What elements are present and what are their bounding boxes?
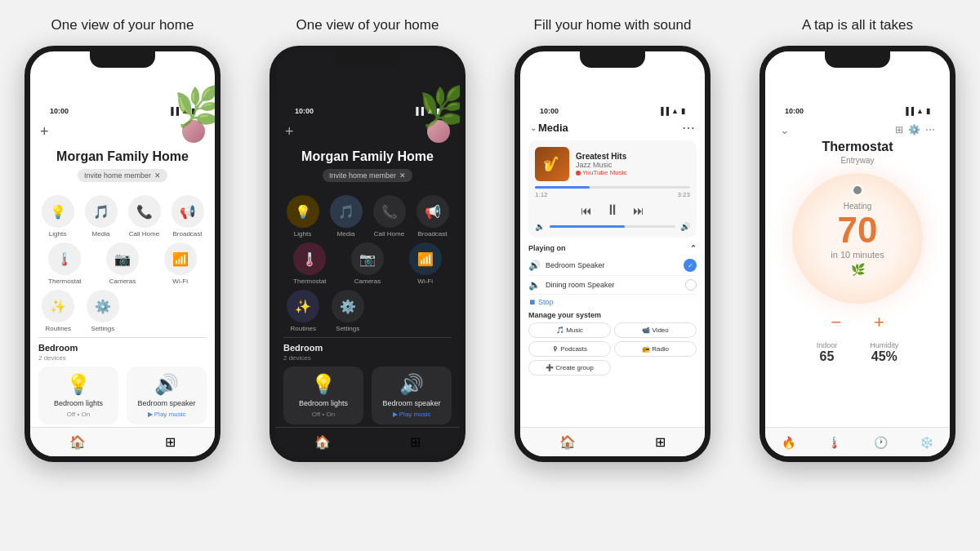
manage-radio-btn[interactable]: 📻 Radio	[614, 341, 697, 357]
more-icon-3[interactable]: ⋯	[682, 120, 695, 136]
dark-grid-callhome[interactable]: 📞 Call Home	[370, 195, 408, 238]
dark-grid-settings[interactable]: ⚙️ Settings	[328, 290, 368, 332]
dark-grid-lights[interactable]: 💡 Lights	[283, 195, 322, 238]
dark-media-icon: 🎵	[330, 195, 363, 228]
dark-speaker-card[interactable]: 🔊 Bedroom speaker ▶ Play music	[372, 367, 452, 424]
grid-thermostat[interactable]: 🌡️ Thermostat	[38, 242, 91, 285]
grid-nav-icon[interactable]: ⊞	[165, 434, 176, 450]
time-4: 10:00	[785, 107, 804, 115]
dark-grid-wifi[interactable]: 📶 Wi-Fi	[399, 242, 452, 285]
manage-title: Manage your system	[528, 311, 697, 319]
section-header-2: Bedroom 2 devices	[283, 343, 452, 362]
screen-1: 10:00 ▐▐ ▲ ▮ + Morgan Family Home Invite…	[30, 51, 215, 427]
avatar-1[interactable]	[182, 120, 205, 143]
grid-wifi[interactable]: 📶 Wi-Fi	[154, 242, 207, 285]
bedroom-lights-card[interactable]: 💡 Bedroom lights Off • On	[38, 367, 118, 424]
add-icon-1[interactable]: +	[40, 123, 49, 140]
dark-speaker-dev-icon: 🔊	[399, 373, 424, 396]
track-title: Greatest Hits	[576, 152, 690, 161]
home-nav-icon[interactable]: 🏠	[69, 434, 86, 450]
next-icon[interactable]: ⏭	[633, 204, 644, 217]
wifi-label: Wi-Fi	[172, 278, 188, 285]
thermo-screen: ⌄ ⊞ ⚙️ ⋯ Thermostat Entryway Heating	[773, 117, 942, 379]
thermo-controls: − +	[780, 312, 935, 333]
bedroom-speaker-name: Bedroom speaker	[137, 399, 195, 407]
album-art: 🎷	[535, 147, 569, 181]
close-chip-1[interactable]: ✕	[154, 171, 161, 180]
bedroom-speaker-icon: 🔊	[154, 373, 179, 396]
prev-icon[interactable]: ⏮	[581, 204, 592, 217]
routines-icon: ✨	[42, 290, 74, 322]
grid-media[interactable]: 🎵 Media	[82, 195, 120, 238]
thermo-grid-icon[interactable]: ⊞	[895, 124, 903, 136]
speaker-item-2[interactable]: 🔈 Dining room Speaker	[528, 276, 697, 295]
screen-2: 10:00 ▐▐ ▲ ▮ + Morgan Family Home Invite…	[275, 51, 460, 427]
grid-routines[interactable]: ✨ Routines	[38, 290, 78, 332]
manage-video-btn[interactable]: 📹 Video	[614, 322, 697, 338]
dark-speaker-dev-status[interactable]: ▶ Play music	[393, 411, 431, 418]
status-bar-2: 10:00 ▐▐ ▲ ▮	[283, 102, 452, 117]
manage-creategroup-btn[interactable]: ➕ Create group	[528, 360, 611, 375]
bedroom-speaker-card[interactable]: 🔊 Bedroom speaker ▶ Play music	[127, 367, 207, 424]
notch-2	[335, 51, 400, 68]
stop-icon: ⏹	[528, 298, 536, 306]
grid-callhome[interactable]: 📞 Call Home	[125, 195, 163, 238]
speaker-check-1: ✓	[684, 259, 697, 272]
media-icon: 🎵	[85, 195, 118, 228]
notch-4	[825, 51, 890, 68]
battery-icon-3: ▮	[681, 107, 685, 115]
dark-grid-cameras[interactable]: 📷 Cameras	[341, 242, 394, 285]
bottom-nav-2: 🏠 ⊞	[275, 427, 460, 456]
grid-settings[interactable]: ⚙️ Settings	[83, 290, 123, 332]
add-icon-2[interactable]: +	[285, 123, 294, 140]
manage-podcasts-btn[interactable]: 🎙 Podcasts	[528, 341, 611, 357]
grid-broadcast[interactable]: 📢 Broadcast	[168, 195, 207, 238]
grid-nav-3[interactable]: ⊞	[655, 434, 666, 450]
grid-lights[interactable]: 💡 Lights	[38, 195, 77, 238]
dark-grid-routines[interactable]: ✨ Routines	[283, 290, 323, 332]
vol-bar[interactable]	[550, 225, 675, 228]
bedroom-sub: 2 devices	[38, 354, 207, 362]
pause-icon[interactable]: ⏸	[605, 202, 620, 219]
broadcast-label: Broadcast	[172, 230, 202, 238]
grid-cameras[interactable]: 📷 Cameras	[96, 242, 149, 285]
thermo-minus-btn[interactable]: −	[831, 312, 841, 333]
panel-3: Fill your home with sound 10:00 ▐▐ ▲ ▮ ⌄	[490, 0, 735, 551]
dark-grid-broadcast[interactable]: 📢 Broadcast	[413, 195, 452, 238]
thermo-gear-icon[interactable]: ⚙️	[908, 124, 920, 136]
home-nav-3[interactable]: 🏠	[559, 434, 576, 450]
battery-icon-2: ▮	[436, 107, 440, 115]
close-chip-2[interactable]: ✕	[399, 171, 406, 180]
thermo-clock-nav[interactable]: 🕐	[874, 436, 888, 449]
dark-home-nav-icon[interactable]: 🏠	[314, 434, 331, 450]
dark-routines-label: Routines	[290, 325, 316, 332]
media-back[interactable]: ⌄ Media	[530, 122, 568, 134]
dark-lights-card[interactable]: 💡 Bedroom lights Off • On	[283, 367, 363, 424]
speaker-item-1[interactable]: 🔊 Bedroom Speaker ✓	[528, 256, 697, 276]
thermo-temp-nav[interactable]: 🌡️	[827, 436, 841, 449]
thermo-flame-nav[interactable]: 🔥	[782, 436, 795, 449]
avatar-2[interactable]	[427, 120, 450, 143]
invite-chip-2[interactable]: Invite home member ✕	[323, 169, 412, 182]
stop-button[interactable]: ⏹ Stop	[528, 298, 697, 306]
speaker-name-2: Dining room Speaker	[546, 281, 680, 289]
dark-grid-media[interactable]: 🎵 Media	[327, 195, 365, 238]
thermo-circle[interactable]: Heating 70 in 10 minutes 🌿	[792, 173, 923, 304]
dark-grid-nav-icon[interactable]: ⊞	[410, 434, 421, 450]
dark-grid-row2: 🌡️ Thermostat 📷 Cameras 📶 Wi-Fi	[283, 242, 452, 285]
callhome-label: Call Home	[129, 230, 159, 238]
thermo-fan-nav[interactable]: ❄️	[920, 436, 933, 449]
thermo-plus-btn[interactable]: +	[874, 312, 884, 333]
collapse-icon[interactable]: ⌃	[690, 244, 697, 252]
progress-bar[interactable]	[535, 186, 690, 189]
playing-on-header: Playing on ⌃	[528, 244, 697, 252]
manage-music-btn[interactable]: 🎵 Music	[528, 322, 611, 338]
status-icons-1: ▐▐ ▲ ▮	[168, 107, 195, 115]
bedroom-speaker-status[interactable]: ▶ Play music	[148, 411, 186, 418]
thermo-back-icon[interactable]: ⌄	[780, 123, 790, 136]
dark-grid-thermostat[interactable]: 🌡️ Thermostat	[283, 242, 336, 285]
dark-lights-dev-name: Bedroom lights	[299, 399, 348, 407]
dark-wifi-icon: 📶	[409, 242, 442, 275]
thermo-more-icon[interactable]: ⋯	[925, 124, 935, 136]
invite-chip-1[interactable]: Invite home member ✕	[78, 169, 167, 182]
